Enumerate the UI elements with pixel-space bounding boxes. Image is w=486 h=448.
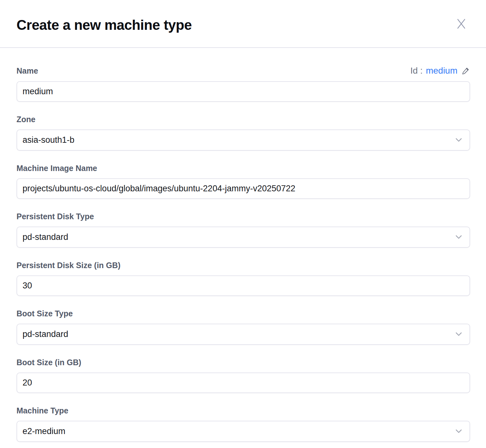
create-machine-type-modal: Create a new machine type Name Id : medi… bbox=[0, 0, 486, 448]
boot-size-type-label: Boot Size Type bbox=[16, 309, 470, 318]
zone-select[interactable]: asia-south1-b bbox=[16, 129, 470, 151]
boot-size-label: Boot Size (in GB) bbox=[16, 358, 470, 367]
machine-image-name-label: Machine Image Name bbox=[16, 163, 470, 173]
persistent-disk-type-selected-value: pd-standard bbox=[23, 232, 68, 242]
boot-size-field-group: Boot Size (in GB) bbox=[16, 358, 470, 393]
name-label-row: Name Id : medium bbox=[16, 66, 470, 76]
id-prefix: Id : bbox=[410, 66, 423, 76]
boot-size-type-select[interactable]: pd-standard bbox=[16, 324, 470, 345]
machine-image-name-input[interactable] bbox=[16, 178, 470, 199]
name-label: Name bbox=[16, 66, 38, 76]
id-value[interactable]: medium bbox=[426, 66, 457, 76]
persistent-disk-type-field-group: Persistent Disk Type pd-standard bbox=[16, 212, 470, 248]
pencil-icon bbox=[461, 66, 470, 75]
machine-type-selected-value: e2-medium bbox=[23, 426, 65, 436]
chevron-down-icon bbox=[455, 234, 463, 240]
persistent-disk-size-input[interactable] bbox=[16, 275, 470, 296]
boot-size-type-selected-value: pd-standard bbox=[23, 329, 68, 339]
machine-image-name-field-group: Machine Image Name bbox=[16, 163, 470, 199]
edit-id-button[interactable] bbox=[461, 66, 470, 75]
chevron-down-icon bbox=[455, 332, 463, 337]
name-field-group: Name Id : medium bbox=[16, 66, 470, 102]
machine-type-form: Name Id : medium bbox=[0, 48, 486, 442]
name-input[interactable] bbox=[16, 81, 470, 102]
persistent-disk-type-label: Persistent Disk Type bbox=[16, 212, 470, 221]
chevron-down-icon bbox=[455, 137, 463, 142]
zone-selected-value: asia-south1-b bbox=[23, 135, 75, 145]
id-display: Id : medium bbox=[410, 66, 470, 76]
boot-size-type-field-group: Boot Size Type pd-standard bbox=[16, 309, 470, 345]
modal-header: Create a new machine type bbox=[0, 0, 486, 48]
machine-type-label: Machine Type bbox=[16, 406, 470, 415]
modal-title: Create a new machine type bbox=[16, 17, 192, 33]
persistent-disk-size-field-group: Persistent Disk Size (in GB) bbox=[16, 260, 470, 296]
x-icon bbox=[456, 18, 466, 29]
boot-size-input[interactable] bbox=[16, 372, 470, 393]
persistent-disk-type-select[interactable]: pd-standard bbox=[16, 227, 470, 248]
zone-label: Zone bbox=[16, 115, 470, 124]
persistent-disk-size-label: Persistent Disk Size (in GB) bbox=[16, 260, 470, 270]
close-button[interactable] bbox=[456, 18, 467, 30]
chevron-down-icon bbox=[455, 429, 463, 434]
machine-type-select[interactable]: e2-medium bbox=[16, 421, 470, 442]
machine-type-field-group: Machine Type e2-medium bbox=[16, 406, 470, 442]
zone-field-group: Zone asia-south1-b bbox=[16, 115, 470, 151]
